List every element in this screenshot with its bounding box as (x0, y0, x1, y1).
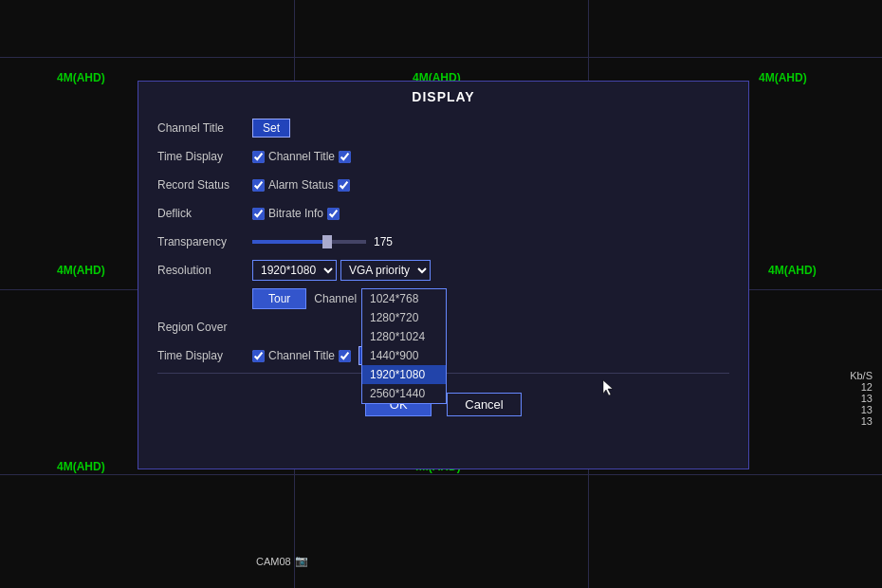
dropdown-item-2560-1440[interactable]: 2560*1440 (362, 384, 446, 403)
transparency-slider-fill (252, 240, 326, 244)
resolution-row: Resolution 1920*1080 1024*768 1280*720 1… (157, 259, 729, 282)
time-display2-check-group: Channel Title (252, 349, 351, 362)
dropdown-item-1024[interactable]: 1024*768 (362, 289, 446, 308)
vga-priority-select[interactable]: VGA priority (340, 260, 431, 281)
alarm-status-label: Alarm Status (268, 178, 334, 192)
kbs-val-2: 13 (850, 393, 873, 404)
grid-line-top (0, 57, 882, 58)
grid-line-bottom (0, 474, 882, 475)
record-status-check1[interactable] (252, 179, 265, 192)
display-dialog: DISPLAY Channel Title Set Time Display C… (138, 81, 749, 469)
channel-label-ml: 4M(AHD) (57, 264, 105, 277)
transparency-label: Transparency (157, 235, 252, 248)
dropdown-item-1920-1080[interactable]: 1920*1080 (362, 365, 446, 384)
time-display2-check2[interactable] (339, 350, 351, 362)
transparency-slider-container: 175 (252, 235, 402, 248)
cancel-button[interactable]: Cancel (447, 393, 521, 416)
cam-label: CAM08 📷 (256, 555, 308, 567)
transparency-value: 175 (374, 235, 402, 248)
tour-button[interactable]: Tour (252, 288, 306, 309)
channel-label-bl: 4M(AHD) (57, 460, 105, 473)
deflick-check2[interactable] (327, 208, 340, 220)
channel-label-mr: 4M(AHD) (768, 264, 817, 277)
dialog-body: Channel Title Set Time Display Channel T… (138, 112, 748, 421)
dropdown-item-1280-1024[interactable]: 1280*1024 (362, 327, 446, 346)
kbs-panel: Kb/S 12 13 13 13 (850, 370, 873, 427)
dialog-title: DISPLAY (138, 82, 748, 112)
transparency-slider-thumb[interactable] (322, 235, 332, 248)
deflick-label: Deflick (157, 207, 252, 220)
dropdown-item-1440-900[interactable]: 1440*900 (362, 346, 446, 365)
time-display-check1[interactable] (252, 151, 265, 163)
kbs-title: Kb/S (850, 370, 873, 381)
channel-title-row: Channel Title Set (157, 117, 729, 139)
record-status-check-group: Alarm Status (252, 178, 350, 192)
channel-label: Channel (314, 292, 357, 305)
transparency-row: Transparency 175 (157, 230, 729, 253)
region-cover-label: Region Cover (157, 321, 252, 334)
kbs-val-4: 13 (850, 415, 873, 427)
resolution-select[interactable]: 1920*1080 1024*768 1280*720 1280*1024 14… (252, 260, 337, 281)
kbs-val-1: 12 (850, 381, 873, 393)
time-display2-check1[interactable] (252, 350, 265, 362)
time-display-check-group1: Channel Title (252, 150, 351, 163)
transparency-slider-track[interactable] (252, 240, 366, 244)
channel-title-label: Channel Title (157, 121, 252, 135)
deflick-check1[interactable] (252, 208, 265, 220)
resolution-label: Resolution (157, 264, 252, 277)
time-display-check1-label: Channel Title (268, 150, 335, 163)
time-display2-label: Time Display (157, 349, 252, 362)
channel-label-tr: 4M(AHD) (759, 71, 807, 84)
time-display2-channel-title-label: Channel Title (268, 349, 335, 362)
record-status-row: Record Status Alarm Status (157, 174, 729, 196)
dropdown-item-1280-720[interactable]: 1280*720 (362, 308, 446, 327)
cursor (602, 379, 614, 396)
channel-label-tl: 4M(AHD) (57, 71, 105, 84)
time-display-row: Time Display Channel Title (157, 145, 729, 168)
deflick-row: Deflick Bitrate Info (157, 202, 729, 225)
resolution-dropdown[interactable]: 1024*768 1280*720 1280*1024 1440*900 192… (361, 288, 447, 404)
kbs-val-3: 13 (850, 404, 873, 415)
time-display-check2[interactable] (339, 151, 351, 163)
channel-title-button[interactable]: Set (252, 119, 290, 138)
record-status-check2[interactable] (338, 179, 350, 192)
record-status-label: Record Status (157, 178, 252, 192)
bitrate-info-label: Bitrate Info (268, 207, 323, 220)
deflick-check-group: Bitrate Info (252, 207, 340, 220)
time-display-label: Time Display (157, 150, 252, 163)
